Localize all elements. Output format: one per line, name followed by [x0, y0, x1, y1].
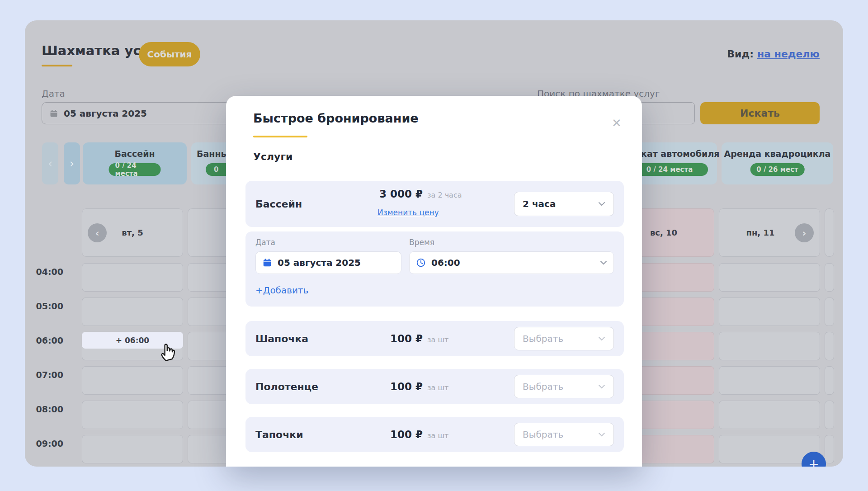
modal-title-underline — [253, 136, 307, 137]
tab-quad-rental[interactable]: Аренда квадроцикла 0 / 26 мест — [722, 142, 833, 184]
chevron-down-icon — [598, 432, 605, 437]
grid-cell[interactable] — [825, 297, 834, 326]
grid-cell[interactable] — [82, 366, 183, 395]
grid-cell[interactable] — [82, 297, 183, 326]
date-filter-value: 05 августа 2025 — [64, 108, 147, 119]
tabs-scroll-right-button[interactable]: › — [64, 142, 80, 184]
quantity-select[interactable]: Выбрать — [514, 423, 614, 446]
grid-cell[interactable] — [719, 366, 820, 395]
day-header-clipped — [825, 208, 834, 257]
grid-cell[interactable] — [825, 435, 834, 463]
date-filter-label: Дата — [42, 88, 65, 99]
tab-car-rental-capacity-badge: 0 / 24 места — [631, 163, 708, 176]
events-button[interactable]: События — [139, 42, 200, 66]
clock-icon — [416, 258, 426, 268]
search-button[interactable]: Искать — [700, 102, 820, 124]
schedule-date-value: 05 августа 2025 — [278, 257, 361, 268]
grid-cell[interactable] — [82, 401, 183, 429]
service-price-unit: за 2 часа — [427, 191, 462, 199]
tab-pool[interactable]: Бассейн 0 / 24 места — [83, 142, 187, 184]
service-name: Тапочки — [255, 429, 303, 440]
service-price: 100 ₽ — [364, 429, 423, 440]
service-price: 3 000 ₽ — [364, 188, 423, 200]
service-price-unit: за шт — [427, 431, 448, 440]
schedule-time-label: Время — [409, 238, 434, 247]
quantity-select[interactable]: Выбрать — [514, 327, 614, 350]
service-name: Бассейн — [255, 198, 302, 210]
service-price-line: 3 000 ₽ за 2 часа — [364, 188, 462, 200]
duration-select[interactable]: 2 часа — [514, 192, 614, 216]
add-slot-link[interactable]: +Добавить — [255, 285, 308, 296]
grid-cell[interactable] — [719, 332, 820, 360]
time-label: 09:00 — [34, 439, 63, 449]
service-price-unit: за шт — [427, 383, 448, 392]
time-label: 07:00 — [34, 370, 63, 380]
close-icon[interactable]: ✕ — [609, 116, 624, 130]
service-price: 100 ₽ — [364, 333, 423, 345]
modal-title: Быстрое бронирование — [253, 111, 419, 125]
chevron-down-icon — [600, 260, 607, 265]
grid-cell[interactable] — [719, 297, 820, 326]
schedule-section: Дата 05 августа 2025 Время 06:00 +Добави… — [245, 231, 624, 307]
calendar-icon — [49, 109, 58, 118]
service-price-line: 100 ₽ за шт — [364, 381, 448, 392]
day-header-mon-11: пн, 11 › — [719, 208, 820, 257]
day-prev-button[interactable]: ‹ — [88, 223, 107, 242]
services-heading: Услуги — [253, 151, 292, 162]
page-title-underline — [42, 65, 72, 66]
view-switcher: Вид:на неделю — [727, 48, 820, 60]
grid-cell[interactable] — [825, 332, 834, 360]
grid-cell[interactable] — [719, 401, 820, 429]
service-price-line: 100 ₽ за шт — [364, 333, 448, 345]
service-price: 100 ₽ — [364, 381, 423, 392]
view-label: Вид: — [727, 48, 754, 60]
calendar-icon — [262, 258, 272, 268]
service-name: Шапочка — [255, 333, 308, 345]
service-row-slippers: Тапочки 100 ₽ за шт Выбрать — [245, 417, 624, 452]
service-name: Полотенце — [255, 381, 318, 392]
chevron-down-icon — [598, 202, 605, 206]
schedule-time-select[interactable]: 06:00 — [409, 251, 614, 274]
day-header-tue-5: вт, 5 ‹ — [82, 208, 183, 257]
grid-cell[interactable] — [825, 401, 834, 429]
service-row-towel: Полотенце 100 ₽ за шт Выбрать — [245, 369, 624, 404]
quantity-select[interactable]: Выбрать — [514, 375, 614, 398]
grid-cell[interactable] — [82, 263, 183, 292]
tab-pool-capacity-badge: 0 / 24 места — [109, 163, 161, 176]
grid-slot-add-0600[interactable]: + 06:00 — [82, 332, 183, 349]
time-label: 04:00 — [34, 267, 63, 277]
service-price-line: 100 ₽ за шт — [364, 429, 448, 440]
change-price-link[interactable]: Изменить цену — [377, 208, 439, 217]
chevron-down-icon — [598, 336, 605, 341]
day-next-button[interactable]: › — [795, 223, 814, 242]
service-row-cap: Шапочка 100 ₽ за шт Выбрать — [245, 321, 624, 356]
view-week-link[interactable]: на неделю — [757, 48, 820, 60]
time-label: 06:00 — [34, 335, 63, 345]
service-row-pool: Бассейн 3 000 ₽ за 2 часа Изменить цену … — [245, 181, 624, 227]
grid-cell[interactable] — [719, 263, 820, 292]
schedule-date-picker[interactable]: 05 августа 2025 — [255, 251, 401, 274]
tabs-scroll-left-button[interactable]: ‹ — [42, 142, 58, 184]
schedule-date-label: Дата — [255, 238, 275, 247]
time-label: 05:00 — [34, 301, 63, 311]
schedule-time-value: 06:00 — [431, 257, 460, 268]
chevron-down-icon — [598, 384, 605, 389]
grid-cell[interactable] — [825, 366, 834, 395]
time-label: 08:00 — [34, 404, 63, 414]
quick-booking-modal: Быстрое бронирование ✕ Услуги Бассейн 3 … — [226, 96, 642, 467]
service-price-unit: за шт — [427, 335, 448, 344]
tab-quad-rental-capacity-badge: 0 / 26 мест — [750, 163, 804, 176]
grid-cell[interactable] — [82, 435, 183, 463]
grid-cell[interactable] — [825, 263, 834, 292]
